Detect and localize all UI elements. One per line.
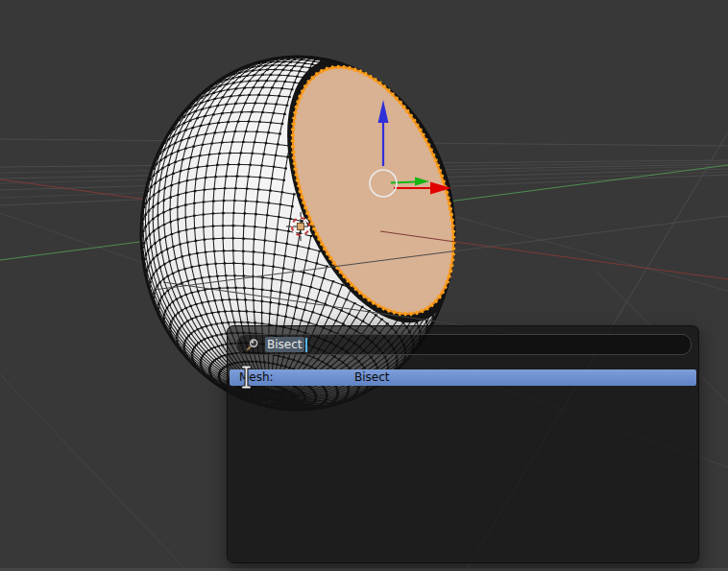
text-caret xyxy=(305,338,307,352)
result-name: Bisect xyxy=(354,369,390,386)
ibeam-cursor xyxy=(239,364,254,391)
blender-3d-viewport: Bisect Mesh: Bisect xyxy=(0,0,728,571)
search-query-text: Bisect xyxy=(265,337,304,352)
magnifier-icon xyxy=(245,338,259,352)
search-result-row-bisect[interactable]: Mesh: Bisect xyxy=(230,369,696,386)
gizmo-y-axis-handle[interactable] xyxy=(391,182,416,183)
operator-search-popup: Bisect Mesh: Bisect xyxy=(227,325,699,563)
operator-search-input[interactable]: Bisect xyxy=(236,334,692,355)
